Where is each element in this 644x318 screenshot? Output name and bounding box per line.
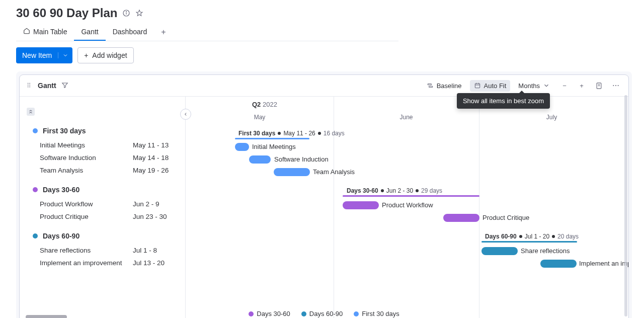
chevron-down-icon (543, 82, 550, 89)
new-item-button[interactable]: New Item (16, 47, 72, 63)
zoom-out-button[interactable]: − (558, 79, 571, 92)
group-summary: Days 30-60Jun 2 - 3029 days (347, 187, 442, 194)
button-label: Auto Fit (484, 82, 507, 90)
export-icon[interactable] (592, 79, 605, 92)
task-bar[interactable] (481, 247, 518, 255)
svg-rect-12 (429, 86, 432, 87)
svg-marker-3 (136, 10, 142, 16)
tab-dashboard[interactable]: Dashboard (106, 24, 154, 41)
vertical-scrollbar[interactable] (624, 95, 627, 316)
star-icon[interactable] (135, 9, 143, 17)
task-bar[interactable] (540, 260, 577, 268)
tab-label: Dashboard (113, 28, 147, 36)
plus-icon: + (84, 51, 88, 59)
group-name: Days 30-60 (43, 186, 79, 194)
task-bar-label: Share reflections (521, 247, 570, 255)
group-summary-bar[interactable] (343, 195, 479, 197)
svg-point-5 (28, 85, 29, 86)
group-summary: First 30 daysMay 11 - 2616 days (238, 130, 345, 137)
title-row: 30 60 90 Day Plan (16, 6, 632, 20)
legend-item[interactable]: Days 30-60 (249, 310, 290, 317)
add-widget-button[interactable]: + Add widget (77, 47, 133, 63)
svg-marker-10 (62, 83, 67, 87)
group-summary-bar[interactable] (481, 241, 577, 243)
select-label: Months (518, 82, 540, 90)
svg-point-8 (29, 85, 30, 86)
drag-handle-icon[interactable] (26, 82, 33, 90)
page-title: 30 60 90 Day Plan (16, 6, 117, 20)
task-list: First 30 days Initial MeetingsMay 11 - 1… (20, 97, 186, 318)
group-header[interactable]: Days 60-90 (20, 228, 185, 244)
legend-item[interactable]: First 30 days (354, 310, 399, 317)
legend: Days 30-60 Days 60-90 First 30 days (20, 310, 628, 317)
timeline[interactable]: Q2 2022 May June July First 30 daysMay 1… (186, 97, 628, 318)
group-color-dot (33, 187, 38, 192)
group-summary: Days 60-90Jul 1 - 2020 days (485, 233, 579, 240)
task-bar[interactable] (343, 201, 379, 209)
auto-fit-button[interactable]: Auto Fit (470, 80, 511, 92)
group-summary-bar[interactable] (235, 138, 309, 139)
svg-rect-11 (428, 84, 431, 85)
list-item[interactable]: Share reflectionsJul 1 - 8 (20, 244, 185, 257)
timeline-header: Q2 2022 May June July (186, 97, 628, 123)
group-header[interactable]: First 30 days (20, 123, 185, 139)
button-label: Add widget (92, 51, 127, 59)
legend-dot (354, 311, 359, 316)
list-item[interactable]: Initial MeetingsMay 11 - 13 (20, 139, 185, 151)
button-label: New Item (16, 51, 58, 59)
collapse-sidebar-icon[interactable] (180, 109, 191, 120)
gantt-panel: Gantt Baseline Auto Fit Months (19, 74, 629, 318)
filter-icon[interactable] (61, 82, 68, 90)
legend-dot (301, 311, 306, 316)
task-bar-label: Product Workflow (382, 201, 433, 209)
legend-item[interactable]: Days 60-90 (301, 310, 343, 317)
task-bar-label: Initial Meetings (252, 143, 296, 150)
task-bar-label: Team Analysis (313, 168, 355, 176)
task-bar[interactable] (443, 214, 479, 222)
group-header[interactable]: Days 30-60 (20, 182, 185, 198)
home-icon (23, 27, 30, 36)
svg-point-4 (28, 83, 29, 84)
tab-label: Main Table (33, 28, 67, 36)
list-item[interactable]: Software InductionMay 14 - 18 (20, 151, 185, 164)
svg-point-22 (618, 85, 619, 86)
quarter-label: Q2 2022 (252, 101, 277, 108)
tooltip: Show all items in best zoom (457, 93, 550, 109)
collapse-all-icon[interactable] (27, 108, 35, 116)
task-bar-label: Product Critique (482, 214, 529, 221)
list-item[interactable]: Product CritiqueJun 23 - 30 (20, 210, 185, 223)
tab-gantt[interactable]: Gantt (74, 24, 105, 41)
button-label: Baseline (437, 82, 462, 90)
panel-title: Gantt (38, 82, 56, 90)
svg-point-6 (28, 86, 29, 87)
month-label: May (186, 114, 334, 121)
tabs: Main Table Gantt Dashboard + (16, 23, 398, 41)
task-bar-label: Implement an improvement (579, 260, 628, 267)
task-bar[interactable] (274, 168, 310, 176)
more-icon[interactable] (609, 79, 622, 92)
chevron-down-icon[interactable] (58, 52, 72, 58)
month-label: June (334, 114, 479, 121)
tab-main-table[interactable]: Main Table (16, 23, 74, 41)
list-item[interactable]: Implement an improvementJul 13 - 20 (20, 257, 185, 269)
group-color-dot (33, 128, 38, 133)
task-bar[interactable] (235, 143, 249, 151)
svg-point-9 (29, 86, 30, 87)
list-item[interactable]: Product WorkflowJun 2 - 9 (20, 198, 185, 210)
group-color-dot (33, 233, 38, 238)
info-icon[interactable] (122, 9, 130, 17)
svg-point-20 (613, 85, 614, 86)
list-item[interactable]: Team AnalysisMay 19 - 26 (20, 164, 185, 177)
baseline-button[interactable]: Baseline (423, 80, 466, 92)
svg-point-21 (615, 85, 616, 86)
add-tab-button[interactable]: + (154, 24, 173, 41)
month-label: July (479, 114, 624, 121)
task-bar[interactable] (249, 155, 271, 164)
svg-point-2 (126, 12, 127, 12)
svg-point-7 (29, 83, 30, 84)
time-unit-select[interactable]: Months (514, 80, 554, 92)
zoom-in-button[interactable]: + (575, 79, 588, 92)
group-name: Days 60-90 (43, 232, 79, 240)
task-bar-label: Software Induction (274, 155, 329, 163)
legend-dot (249, 311, 254, 316)
